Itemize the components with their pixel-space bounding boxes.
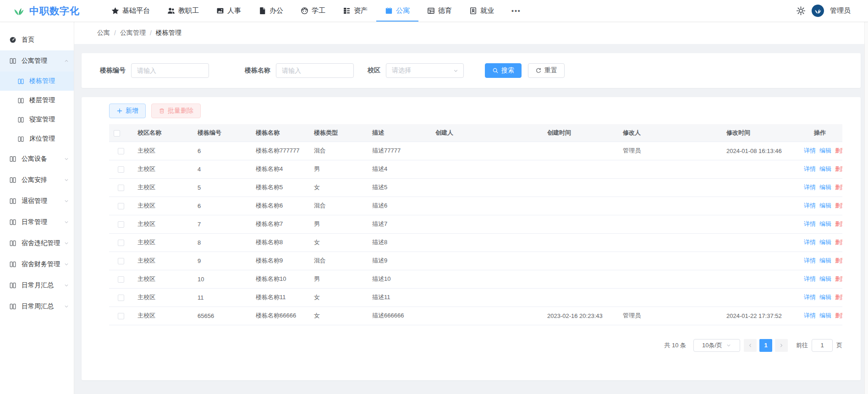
detail-link[interactable]: 详情 — [804, 184, 816, 191]
brand[interactable]: 中职数字化 — [0, 0, 80, 22]
edit-link[interactable]: 编辑 — [819, 275, 831, 282]
chevron-down-icon — [64, 241, 69, 246]
nav-item-employment[interactable]: 就业 — [461, 0, 503, 22]
cell-creator — [431, 160, 543, 178]
goto-page-input[interactable] — [812, 339, 833, 352]
sidebar-item-home[interactable]: 首页 — [0, 29, 74, 50]
add-button[interactable]: 新增 — [109, 104, 146, 118]
delete-link[interactable]: 删除 — [835, 294, 842, 301]
scrollbar-track[interactable] — [864, 22, 868, 394]
breadcrumb-apartment[interactable]: 公寓 — [97, 29, 110, 37]
book-icon — [9, 219, 16, 226]
building-name-input[interactable] — [276, 63, 354, 78]
nav-item-apartment[interactable]: 公寓 — [376, 0, 418, 22]
row-checkbox[interactable] — [118, 240, 124, 246]
cell-building-type: 女 — [309, 178, 368, 197]
nav-item-office[interactable]: 办公 — [250, 0, 292, 22]
cell-modified-time — [722, 288, 797, 306]
row-checkbox[interactable] — [118, 148, 124, 154]
batch-delete-button[interactable]: 批量删除 — [151, 104, 201, 118]
detail-link[interactable]: 详情 — [804, 275, 816, 282]
detail-link[interactable]: 详情 — [804, 312, 816, 319]
avatar[interactable] — [812, 5, 824, 17]
row-checkbox[interactable] — [118, 203, 124, 209]
sidebar-item-dorm-mgmt[interactable]: 寝室管理 — [0, 110, 74, 129]
delete-link[interactable]: 删除 — [835, 220, 842, 227]
edit-link[interactable]: 编辑 — [819, 312, 831, 319]
sidebar-group-weekly-summary[interactable]: 日常周汇总 — [0, 296, 74, 317]
cell-description: 描述4 — [368, 160, 431, 178]
building-name-label: 楼栋名称 — [245, 66, 270, 75]
building-no-label: 楼栋编号 — [100, 66, 126, 75]
row-checkbox[interactable] — [118, 258, 124, 264]
delete-link[interactable]: 删除 — [835, 239, 842, 246]
detail-link[interactable]: 详情 — [804, 294, 816, 301]
edit-link[interactable]: 编辑 — [819, 165, 831, 172]
nav-item-teachers[interactable]: 教职工 — [159, 0, 208, 22]
nav-item-moral[interactable]: 德育 — [418, 0, 461, 22]
sidebar-group-daily-mgmt[interactable]: 日常管理 — [0, 212, 74, 233]
sidebar-group-checkout-mgmt[interactable]: 退宿管理 — [0, 191, 74, 212]
sidebar-group-apartment-mgmt[interactable]: 公寓管理 — [0, 50, 74, 71]
nav-item-base-platform[interactable]: 基础平台 — [103, 0, 159, 22]
building-no-input[interactable] — [131, 63, 209, 78]
nav-item-hr[interactable]: 人事 — [208, 0, 250, 22]
nav-item-more[interactable]: ••• — [503, 0, 530, 22]
chevron-down-icon — [453, 68, 459, 74]
row-checkbox[interactable] — [118, 276, 124, 283]
detail-link[interactable]: 详情 — [804, 257, 816, 264]
select-all-checkbox[interactable] — [114, 130, 120, 137]
delete-link[interactable]: 删除 — [835, 184, 842, 191]
detail-link[interactable]: 详情 — [804, 202, 816, 209]
delete-link[interactable]: 删除 — [835, 275, 842, 282]
breadcrumb-apartment-mgmt[interactable]: 公寓管理 — [120, 29, 146, 37]
nav-item-student[interactable]: 学工 — [292, 0, 334, 22]
detail-link[interactable]: 详情 — [804, 239, 816, 246]
delete-link[interactable]: 删除 — [835, 202, 842, 209]
edit-link[interactable]: 编辑 — [819, 147, 831, 154]
prev-page-button[interactable] — [744, 339, 757, 352]
edit-link[interactable]: 编辑 — [819, 239, 831, 246]
cell-description: 描述9 — [368, 252, 431, 270]
sidebar-group-finance-mgmt[interactable]: 宿舍财务管理 — [0, 254, 74, 275]
detail-link[interactable]: 详情 — [804, 147, 816, 154]
sidebar-item-building-mgmt[interactable]: 楼栋管理 — [0, 71, 74, 91]
nav-item-assets[interactable]: 资产 — [334, 0, 376, 22]
page-size-select[interactable]: 10条/页 — [693, 339, 740, 352]
settings-gear-icon[interactable] — [796, 6, 806, 16]
edit-link[interactable]: 编辑 — [819, 220, 831, 227]
row-checkbox[interactable] — [118, 295, 124, 301]
page-number-1[interactable]: 1 — [759, 339, 772, 352]
row-checkbox[interactable] — [118, 313, 124, 319]
delete-link[interactable]: 删除 — [835, 257, 842, 264]
sidebar-item-bed-mgmt[interactable]: 床位管理 — [0, 129, 74, 148]
sidebar-group-apartment-device[interactable]: 公寓设备 — [0, 148, 74, 170]
detail-link[interactable]: 详情 — [804, 220, 816, 227]
sidebar-group-monthly-summary[interactable]: 日常月汇总 — [0, 275, 74, 296]
delete-link[interactable]: 删除 — [835, 147, 842, 154]
row-checkbox[interactable] — [118, 185, 124, 191]
campus-select[interactable]: 请选择 — [386, 63, 464, 78]
detail-link[interactable]: 详情 — [804, 165, 816, 172]
next-page-button[interactable] — [775, 339, 788, 352]
sidebar-group-apartment-arrange[interactable]: 公寓安排 — [0, 170, 74, 191]
col-building-type: 楼栋类型 — [309, 124, 368, 142]
edit-link[interactable]: 编辑 — [819, 202, 831, 209]
cell-modified-time — [722, 252, 797, 270]
cell-building-name: 楼栋名称5 — [251, 178, 309, 197]
sidebar-group-violation-mgmt[interactable]: 宿舍违纪管理 — [0, 233, 74, 254]
edit-link[interactable]: 编辑 — [819, 184, 831, 191]
edit-link[interactable]: 编辑 — [819, 257, 831, 264]
search-button[interactable]: 搜索 — [485, 63, 522, 78]
delete-link[interactable]: 删除 — [835, 312, 842, 319]
sidebar-item-floor-mgmt[interactable]: 楼层管理 — [0, 91, 74, 110]
book-icon — [9, 261, 16, 268]
sidebar-label: 床位管理 — [29, 135, 55, 143]
chevron-down-icon — [64, 304, 69, 309]
edit-link[interactable]: 编辑 — [819, 294, 831, 301]
row-checkbox[interactable] — [118, 166, 124, 173]
current-user-name[interactable]: 管理员 — [830, 6, 851, 15]
row-checkbox[interactable] — [118, 221, 124, 228]
delete-link[interactable]: 删除 — [835, 165, 842, 172]
reset-button[interactable]: 重置 — [528, 63, 565, 78]
